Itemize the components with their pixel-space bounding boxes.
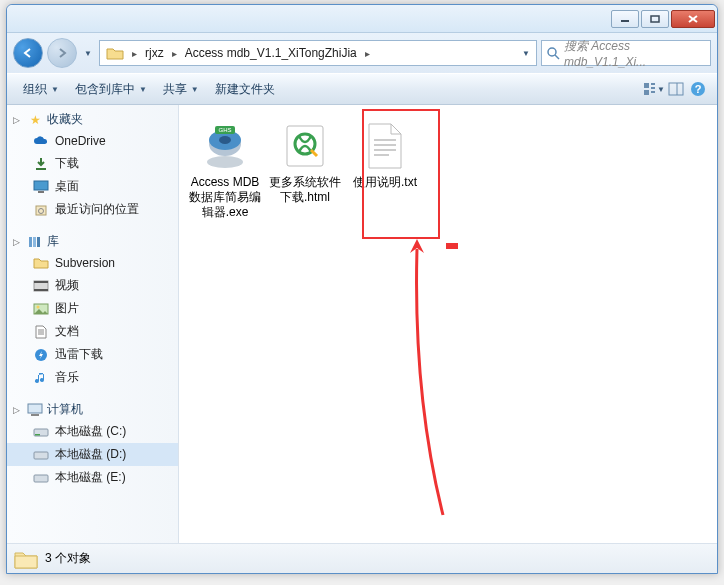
svg-rect-21 [37,237,40,247]
breadcrumb-dropdown[interactable]: ▼ [516,41,536,65]
toolbar: 组织 ▼ 包含到库中 ▼ 共享 ▼ 新建文件夹 ▼ ? [7,73,717,105]
svg-text:GHS: GHS [218,127,231,133]
svg-rect-9 [651,87,655,89]
tree-header-favorites[interactable]: ▷★收藏夹 [7,109,178,130]
breadcrumb-seg-2[interactable]: Access mdb_V1.1_XiTongZhiJia [179,41,363,65]
desktop-icon [33,179,49,195]
organize-label: 组织 [23,81,47,98]
sidebar-item-label: 图片 [55,300,79,317]
chevron-right-icon: ▸ [363,48,372,59]
svg-point-4 [548,48,556,56]
folder-icon [13,548,35,570]
breadcrumb-seg2-label: Access mdb_V1.1_XiTongZhiJia [185,46,357,60]
sidebar-item-drive-e[interactable]: 本地磁盘 (E:) [7,466,178,489]
nav-row: ▼ ▸ rjxz ▸ Access mdb_V1.1_XiTongZhiJia … [7,33,717,73]
drive-icon [33,447,49,463]
view-options-button[interactable]: ▼ [643,78,665,100]
status-count: 3 个对象 [45,550,91,567]
include-library-button[interactable]: 包含到库中 ▼ [67,77,155,101]
explorer-window: ▼ ▸ rjxz ▸ Access mdb_V1.1_XiTongZhiJia … [6,4,718,574]
search-input[interactable]: 搜索 Access mdb_V1.1_Xi... [541,40,711,66]
file-label: Access MDB数据库简易编辑器.exe [189,175,261,220]
annotation-arrow [403,235,463,525]
sidebar-item-drive-c[interactable]: 本地磁盘 (C:) [7,420,178,443]
sidebar-item-subversion[interactable]: Subversion [7,252,178,274]
picture-icon [33,301,49,317]
annotation-marker [446,243,458,249]
close-button[interactable] [671,10,715,28]
drive-icon [33,424,49,440]
sidebar-item-label: Subversion [55,256,115,270]
svg-rect-10 [651,91,655,93]
svg-rect-32 [31,414,39,416]
star-icon: ★ [27,112,43,128]
share-label: 共享 [163,81,187,98]
svg-rect-20 [33,237,36,247]
sidebar-item-documents[interactable]: 文档 [7,320,178,343]
document-icon [33,324,49,340]
forward-button[interactable] [47,38,77,68]
computer-icon [27,402,43,418]
svg-rect-31 [28,404,42,413]
sidebar-item-drive-d[interactable]: 本地磁盘 (D:) [7,443,178,466]
music-icon [33,370,49,386]
lib-header-label: 库 [47,233,59,250]
svg-rect-23 [34,281,48,283]
sidebar-item-label: 文档 [55,323,79,340]
sidebar-item-recent[interactable]: 最近访问的位置 [7,198,178,221]
status-bar: 3 个对象 [7,543,717,573]
file-item[interactable]: 使用说明.txt [347,117,423,194]
sidebar-item-xunlei[interactable]: 迅雷下载 [7,343,178,366]
tree-header-computer[interactable]: ▷计算机 [7,399,178,420]
share-button[interactable]: 共享 ▼ [155,77,207,101]
minimize-button[interactable] [611,10,639,28]
newfolder-label: 新建文件夹 [215,81,275,98]
svg-point-37 [207,156,243,168]
comp-header-label: 计算机 [47,401,83,418]
svg-rect-1 [651,16,659,22]
sidebar: ▷★收藏夹 OneDrive 下载 桌面 最近访问的位置 ▷库 Subversi… [7,105,179,543]
svg-point-26 [37,305,40,308]
svg-rect-16 [38,191,44,193]
download-icon [33,156,49,172]
sidebar-item-videos[interactable]: 视频 [7,274,178,297]
sidebar-item-desktop[interactable]: 桌面 [7,175,178,198]
svg-rect-35 [34,452,48,459]
include-label: 包含到库中 [75,81,135,98]
sidebar-item-label: 本地磁盘 (E:) [55,469,126,486]
preview-pane-button[interactable] [665,78,687,100]
txt-icon [360,121,410,171]
new-folder-button[interactable]: 新建文件夹 [207,77,283,101]
svg-rect-6 [644,83,649,88]
svg-rect-7 [651,83,655,85]
sidebar-item-onedrive[interactable]: OneDrive [7,130,178,152]
thunder-icon [33,347,49,363]
sidebar-item-pictures[interactable]: 图片 [7,297,178,320]
sidebar-item-label: 迅雷下载 [55,346,103,363]
file-label: 更多系统软件下载.html [269,175,341,205]
file-label: 使用说明.txt [353,175,417,190]
svg-rect-36 [34,475,48,482]
organize-button[interactable]: 组织 ▼ [15,77,67,101]
svg-text:?: ? [695,83,702,95]
breadcrumb-seg-1[interactable]: rjxz [139,41,170,65]
history-dropdown[interactable]: ▼ [81,49,95,58]
svg-rect-34 [35,434,40,436]
maximize-button[interactable] [641,10,669,28]
breadcrumb[interactable]: ▸ rjxz ▸ Access mdb_V1.1_XiTongZhiJia ▸ … [99,40,537,66]
chevron-right-icon: ▸ [130,48,139,59]
svg-rect-8 [644,90,649,95]
breadcrumb-root-icon[interactable] [100,41,130,65]
tree-group-favorites: ▷★收藏夹 OneDrive 下载 桌面 最近访问的位置 [7,109,178,221]
file-item[interactable]: 更多系统软件下载.html [267,117,343,209]
sidebar-item-label: 下载 [55,155,79,172]
sidebar-item-downloads[interactable]: 下载 [7,152,178,175]
help-button[interactable]: ? [687,78,709,100]
file-item[interactable]: GHS Access MDB数据库简易编辑器.exe [187,117,263,224]
tree-header-libraries[interactable]: ▷库 [7,231,178,252]
svg-rect-15 [34,181,48,190]
sidebar-item-music[interactable]: 音乐 [7,366,178,389]
back-button[interactable] [13,38,43,68]
file-pane[interactable]: GHS Access MDB数据库简易编辑器.exe 更多系统软件下载.html… [179,105,717,543]
sidebar-item-label: 本地磁盘 (D:) [55,446,126,463]
